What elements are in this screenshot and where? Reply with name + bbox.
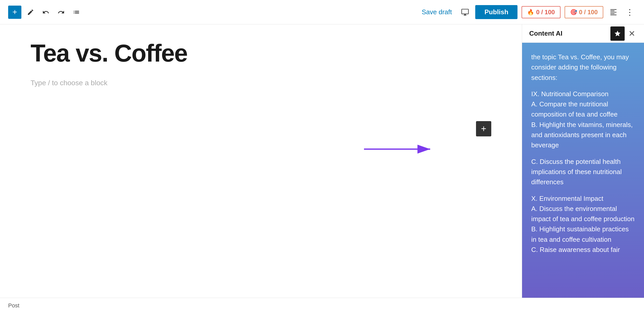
star-icon: [614, 30, 621, 37]
post-title[interactable]: Tea vs. Coffee: [31, 40, 491, 67]
block-placeholder[interactable]: Type / to choose a block: [31, 79, 491, 87]
undo-icon: [42, 9, 49, 16]
panel-button[interactable]: [607, 7, 620, 17]
sidebar: Content AI ✕ the topic Tea vs. Coffee, y…: [522, 24, 644, 298]
list-view-button[interactable]: [70, 6, 82, 18]
undo-button[interactable]: [40, 6, 52, 18]
score-2-value: 0 / 100: [579, 9, 598, 16]
publish-button[interactable]: Publish: [475, 5, 517, 19]
arrow-indicator: [364, 144, 435, 155]
preview-button[interactable]: [459, 7, 471, 17]
desktop-icon: [461, 8, 469, 16]
edit-icon: [27, 9, 34, 16]
edit-button[interactable]: [24, 6, 37, 18]
more-options-button[interactable]: ⋮: [624, 6, 636, 18]
star-button[interactable]: [610, 26, 625, 41]
target-icon: 🎯: [570, 9, 577, 16]
sidebar-title: Content AI: [529, 30, 562, 37]
redo-icon: [58, 9, 65, 16]
sidebar-header: Content AI ✕: [522, 24, 644, 43]
toolbar: + Save draft: [0, 0, 644, 24]
editor-area: Tea vs. Coffee Type / to choose a block …: [0, 24, 522, 298]
status-bar: Post: [0, 298, 644, 313]
sidebar-text-intro: the topic Tea vs. Coffee, you may consid…: [531, 52, 635, 83]
sidebar-text-section-ix-c: C. Discuss the potential health implicat…: [531, 156, 635, 187]
redo-button[interactable]: [55, 6, 67, 18]
sidebar-header-actions: ✕: [610, 26, 637, 41]
sidebar-text-section-x: X. Environmental Impact A. Discuss the e…: [531, 193, 635, 255]
save-draft-button[interactable]: Save draft: [419, 6, 455, 18]
score-button-1[interactable]: 🔥 0 / 100: [522, 6, 560, 18]
score-button-2[interactable]: 🎯 0 / 100: [565, 6, 603, 18]
main-area: Tea vs. Coffee Type / to choose a block …: [0, 24, 644, 298]
toolbar-left: +: [8, 6, 82, 19]
sidebar-content[interactable]: the topic Tea vs. Coffee, you may consid…: [522, 43, 644, 298]
close-button[interactable]: ✕: [627, 29, 637, 39]
sidebar-text-section-ix: IX. Nutritional Comparison A. Compare th…: [531, 89, 635, 150]
score-1-value: 0 / 100: [536, 9, 555, 16]
panel-icon: [609, 8, 618, 16]
toolbar-right: Save draft Publish 🔥 0 / 100 🎯 0 / 100 ⋮: [419, 5, 636, 19]
add-block-button[interactable]: +: [8, 6, 21, 19]
post-status-label: Post: [8, 302, 19, 309]
add-block-inline-button[interactable]: +: [476, 121, 491, 136]
fire-icon: 🔥: [527, 9, 534, 16]
list-view-icon: [73, 9, 80, 16]
